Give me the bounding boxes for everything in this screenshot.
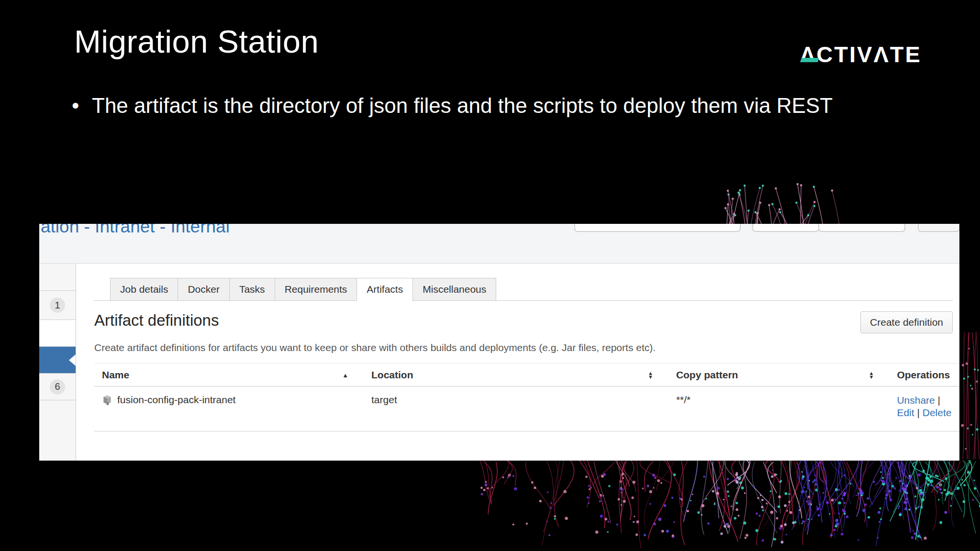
column-header-operations: Operations	[889, 364, 959, 386]
filter-field-right[interactable]	[818, 224, 905, 232]
sort-asc-icon[interactable]: ▲	[342, 372, 348, 379]
neural-art-top	[706, 181, 854, 225]
stage-cell-6[interactable]: 6	[39, 374, 76, 400]
stage-badge-1[interactable]: 1	[50, 298, 65, 313]
column-header-copy-pattern[interactable]: Copy pattern ▲ ▼	[668, 364, 890, 386]
column-header-location[interactable]: Location ▲ ▼	[364, 364, 668, 386]
stage-cell-selected[interactable]	[39, 347, 76, 374]
slide-canvas: Migration Station ΛCTIVΛTE • The artifac…	[0, 0, 980, 551]
main-content: Job details Docker Tasks Requirements Ar…	[76, 264, 959, 461]
sort-both-icon[interactable]: ▲ ▼	[869, 371, 874, 379]
column-header-name[interactable]: Name ▲	[94, 364, 364, 386]
stage-cell-empty	[39, 264, 76, 291]
bullet-point: • The artifact is the directory of json …	[72, 91, 914, 121]
table-row: fusion-config-pack-intranet target **/* …	[94, 386, 959, 431]
header-button[interactable]	[918, 224, 959, 232]
tab-tasks[interactable]: Tasks	[229, 278, 275, 301]
artifact-copy-pattern: **/*	[668, 386, 890, 431]
artifact-location: target	[364, 386, 668, 431]
tab-artifacts[interactable]: Artifacts	[356, 278, 413, 301]
create-definition-button[interactable]: Create definition	[860, 311, 953, 333]
filter-field-left[interactable]	[752, 224, 819, 232]
stage-sidebar: 1 6	[39, 264, 76, 461]
stage-badge-6[interactable]: 6	[50, 379, 65, 395]
slide-title: Migration Station	[74, 23, 319, 60]
bamboo-screenshot: ation - Intranet - Internal 1 6 Job deta…	[39, 224, 959, 461]
search-input[interactable]	[574, 224, 741, 232]
stage-cell-footer	[39, 400, 76, 461]
unshare-link[interactable]: Unshare	[897, 395, 935, 406]
job-tabs: Job details Docker Tasks Requirements Ar…	[94, 278, 953, 301]
stage-cell-1[interactable]: 1	[39, 291, 76, 320]
artifact-package-icon	[102, 394, 112, 406]
delete-link[interactable]: Delete	[923, 407, 952, 418]
neural-art-right	[959, 332, 980, 459]
stage-cell-blank[interactable]	[39, 320, 76, 347]
bullet-marker: •	[72, 91, 92, 121]
sort-both-icon[interactable]: ▲ ▼	[648, 371, 653, 379]
operations-cell: Unshare | Edit | Delete	[889, 386, 959, 431]
activate-logo: ΛCTIVΛTE	[800, 41, 922, 67]
artifact-name: fusion-config-pack-intranet	[117, 394, 235, 406]
logo-letter-a1: Λ	[800, 42, 816, 67]
plan-title-link[interactable]: ation - Intranet - Internal	[41, 224, 230, 237]
tab-miscellaneous[interactable]: Miscellaneous	[412, 278, 496, 301]
page-description: Create artifact definitions for artifact…	[94, 342, 953, 353]
artifact-table: Name ▲ Location ▲ ▼	[94, 363, 959, 431]
edit-link[interactable]: Edit	[897, 407, 914, 418]
page-title: Artifact definitions	[94, 311, 219, 330]
logo-letter-a2: Λ	[873, 42, 890, 67]
logo-accent-bar-icon	[801, 58, 819, 62]
tab-job-details[interactable]: Job details	[110, 278, 178, 301]
bullet-text: The artifact is the directory of json fi…	[92, 91, 905, 121]
tab-requirements[interactable]: Requirements	[275, 278, 357, 301]
neural-art-bottom	[445, 460, 980, 551]
tab-docker[interactable]: Docker	[178, 278, 230, 301]
